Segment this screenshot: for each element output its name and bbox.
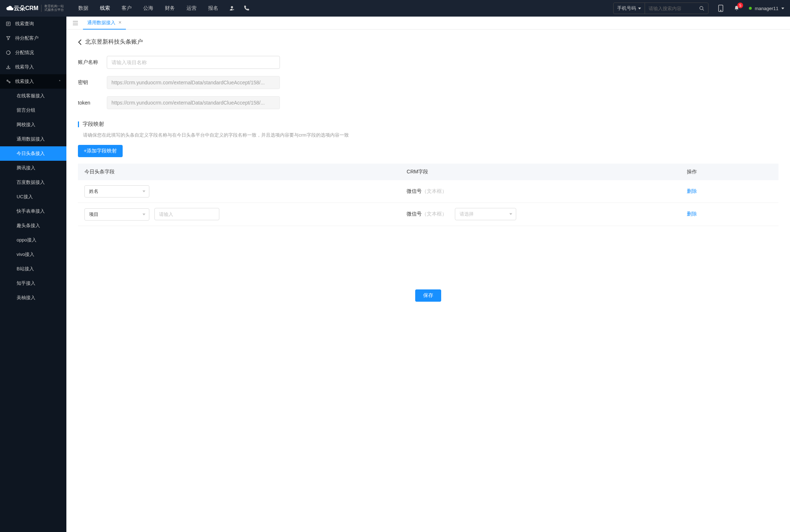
phone-icon[interactable] xyxy=(243,5,250,12)
add-field-mapping-button[interactable]: +添加字段映射 xyxy=(78,145,123,157)
sidebar-sub-item[interactable]: 在线客服接入 xyxy=(0,89,66,103)
secret-key-label: 密钥 xyxy=(78,79,107,86)
nav-item[interactable]: 报名 xyxy=(208,5,218,12)
search-input[interactable] xyxy=(645,6,695,11)
col-crm-field: CRM字段 xyxy=(400,164,680,180)
sidebar-icon xyxy=(6,79,11,84)
sidebar-item[interactable]: 线索导入 xyxy=(0,60,66,74)
status-dot-icon xyxy=(749,7,752,10)
secret-key-input[interactable] xyxy=(107,76,280,89)
nav-item[interactable]: 线索 xyxy=(100,5,110,12)
sidebar-icon xyxy=(6,36,11,41)
app-header: 云朵CRM 教育机构一站 式服务云平台 数据线索客户公海财务运营报名 手机号码 … xyxy=(0,0,790,17)
sidebar-sub-item[interactable]: 今日头条接入 xyxy=(0,146,66,161)
account-name-input[interactable] xyxy=(107,56,280,69)
sidebar-sub-item[interactable]: 网校接入 xyxy=(0,118,66,132)
chevron-up-icon: ˄ xyxy=(59,80,61,84)
search-bar: 手机号码 xyxy=(613,3,708,14)
search-button[interactable] xyxy=(695,6,708,11)
sidebar-sub-item[interactable]: 腾讯接入 xyxy=(0,161,66,175)
delete-row-link[interactable]: 删除 xyxy=(687,211,697,217)
main-content: 通用数据接入 ✕ 北京昱新科技头条账户 账户名称 密钥 token xyxy=(66,17,790,532)
field-mapping-table: 今日头条字段 CRM字段 操作 姓名 微信号（文本框） 删除 xyxy=(78,164,778,226)
svg-point-4 xyxy=(720,10,721,11)
sidebar-sub-item[interactable]: 知乎接入 xyxy=(0,276,66,291)
logo-text: 云朵CRM xyxy=(14,5,38,12)
table-row: 项目 微信号（文本框） 请选择 删除 xyxy=(78,203,778,226)
search-mode-select[interactable]: 手机号码 xyxy=(614,3,645,14)
logo-subtitle: 教育机构一站 式服务云平台 xyxy=(41,5,64,12)
sidebar-sub-item[interactable]: 百度数据接入 xyxy=(0,175,66,190)
notification-badge: 5 xyxy=(737,3,743,8)
sidebar-sub-item[interactable]: vivo接入 xyxy=(0,247,66,262)
nav-item[interactable]: 公海 xyxy=(143,5,153,12)
sidebar: 线索查询待分配客户分配情况线索导入线索接入˄ 在线客服接入留言分组网校接入通用数… xyxy=(0,17,66,532)
toutiao-field-select[interactable]: 项目 xyxy=(84,208,149,221)
sidebar-sub-item[interactable]: 留言分组 xyxy=(0,103,66,118)
sidebar-sub-item[interactable]: 快手表单接入 xyxy=(0,204,66,218)
logo: 云朵CRM 教育机构一站 式服务云平台 xyxy=(6,4,64,12)
table-row: 姓名 微信号（文本框） 删除 xyxy=(78,180,778,203)
notification-icon[interactable]: 5 xyxy=(733,5,740,12)
nav-item[interactable]: 客户 xyxy=(122,5,132,12)
sidebar-icon xyxy=(6,21,11,26)
crm-field-label: 微信号 xyxy=(407,188,422,194)
back-icon[interactable] xyxy=(78,39,82,45)
account-name-label: 账户名称 xyxy=(78,59,107,66)
token-label: token xyxy=(78,100,107,106)
delete-row-link[interactable]: 删除 xyxy=(687,188,697,194)
sidebar-sub-item[interactable]: 趣头条接入 xyxy=(0,218,66,233)
crm-field-select[interactable]: 请选择 xyxy=(455,208,516,220)
crm-field-type: （文本框） xyxy=(422,188,447,194)
sidebar-sub-item[interactable]: UC接入 xyxy=(0,190,66,204)
col-action: 操作 xyxy=(680,164,778,180)
nav-item[interactable]: 财务 xyxy=(165,5,175,12)
sidebar-sub-item[interactable]: 美柚接入 xyxy=(0,291,66,305)
crm-field-label: 微信号 xyxy=(407,211,422,217)
top-nav: 数据线索客户公海财务运营报名 xyxy=(78,5,218,12)
section-header: 字段映射 xyxy=(78,121,778,128)
sidebar-sub-item[interactable]: B站接入 xyxy=(0,262,66,276)
tab-general-data-access[interactable]: 通用数据接入 ✕ xyxy=(83,17,126,30)
col-toutiao-field: 今日头条字段 xyxy=(78,164,400,180)
svg-point-2 xyxy=(700,6,703,9)
sidebar-item[interactable]: 分配情况 xyxy=(0,45,66,60)
token-input[interactable] xyxy=(107,96,280,109)
sidebar-icon xyxy=(6,50,11,55)
user-add-icon[interactable] xyxy=(228,5,236,12)
page-header: 北京昱新科技头条账户 xyxy=(78,38,778,46)
save-button[interactable]: 保存 xyxy=(415,289,441,302)
tabs-bar: 通用数据接入 ✕ xyxy=(66,17,790,30)
user-menu[interactable]: manager11 xyxy=(749,6,784,11)
sidebar-sub-item[interactable]: oppo接入 xyxy=(0,233,66,247)
section-hint: 请确保您在此填写的头条自定义字段名称与在今日头条平台中自定义的字段名称一致，并且… xyxy=(78,132,778,138)
svg-point-0 xyxy=(231,6,233,8)
nav-item[interactable]: 运营 xyxy=(186,5,197,12)
sidebar-item[interactable]: 待分配客户 xyxy=(0,31,66,45)
sidebar-item[interactable]: 线索查询 xyxy=(0,17,66,31)
mobile-icon[interactable] xyxy=(717,5,724,12)
page-title: 北京昱新科技头条账户 xyxy=(85,38,143,46)
sidebar-icon xyxy=(6,65,11,70)
sidebar-sub-item[interactable]: 通用数据接入 xyxy=(0,132,66,146)
close-tab-icon[interactable]: ✕ xyxy=(118,20,122,25)
nav-item[interactable]: 数据 xyxy=(78,5,88,12)
crm-field-type: （文本框） xyxy=(422,211,447,217)
collapse-tabs-icon[interactable] xyxy=(71,21,80,25)
sidebar-item[interactable]: 线索接入˄ xyxy=(0,74,66,89)
toutiao-field-select[interactable]: 姓名 xyxy=(84,185,149,198)
toutiao-field-input[interactable] xyxy=(154,208,219,220)
